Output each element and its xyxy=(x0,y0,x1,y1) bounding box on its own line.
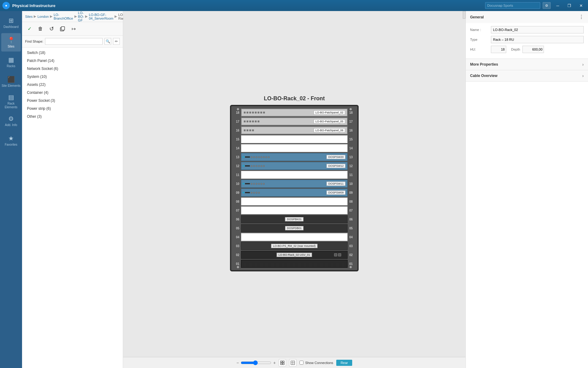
app-logo: ● xyxy=(2,2,10,9)
shape-item-container[interactable]: Container (4) xyxy=(22,89,123,97)
rack-row-04[interactable]: 04 04 xyxy=(234,233,354,241)
rack-row-15[interactable]: 15 15 xyxy=(234,135,354,144)
rack-row-10[interactable]: 10 xyxy=(234,179,354,188)
rack-row-12[interactable]: 12 xyxy=(234,162,354,170)
reset-button[interactable]: ↺ xyxy=(47,24,56,34)
breadcrumb-gf[interactable]: LO-BO-GF xyxy=(78,11,84,22)
shape-item-system[interactable]: System (10) xyxy=(22,73,123,81)
sidebar-item-site-elements[interactable]: ⬛ Site Elements xyxy=(1,72,21,91)
site-elements-icon: ⬛ xyxy=(7,76,15,83)
shape-item-patchpanel[interactable]: Patch Panel (14) xyxy=(22,57,123,65)
sidebar-item-favorites[interactable]: ★ Favorites xyxy=(1,131,21,150)
hu-input[interactable] xyxy=(491,46,506,53)
breadcrumb-sites[interactable]: Sites xyxy=(25,15,32,18)
rack-row-18[interactable]: 18 xyxy=(234,108,354,117)
name-input[interactable] xyxy=(491,26,584,33)
find-shape-input[interactable] xyxy=(45,38,103,45)
zoom-plus-icon[interactable]: + xyxy=(273,360,276,365)
rear-button[interactable]: Rear xyxy=(336,360,352,366)
grid-view-button[interactable] xyxy=(289,359,296,366)
label-09: DOSPSW09 xyxy=(326,190,345,195)
shape-item-powerstrip[interactable]: Power strip (6) xyxy=(22,105,123,113)
confirm-button[interactable]: ✓ xyxy=(24,24,34,34)
hu-label: HU: xyxy=(470,48,488,51)
more-properties-header[interactable]: More Properties › xyxy=(466,59,588,70)
favorites-icon: ★ xyxy=(8,135,14,142)
app-body: ⊞ Dashboard 📍 Sites ▦ Racks ⬛ Site Eleme… xyxy=(0,11,588,368)
panel-collapse-button[interactable]: ⋮ xyxy=(463,11,466,19)
depth-input[interactable] xyxy=(522,46,544,53)
type-label: Type xyxy=(470,38,488,41)
general-section-header[interactable]: General ⋮ xyxy=(466,11,588,23)
rack-row-09[interactable]: 09 DOSPSW09 xyxy=(234,188,354,197)
delete-button[interactable]: 🗑 xyxy=(36,24,45,34)
label-18: LO-BO-Patchpanel_02 xyxy=(314,110,345,115)
find-shape-label: Find Shape: xyxy=(25,40,43,43)
breadcrumb-london[interactable]: London xyxy=(37,15,49,18)
sidebar-item-racks[interactable]: ▦ Racks xyxy=(1,53,21,71)
label-06: DOSPBK01 xyxy=(285,217,303,221)
breadcrumb-branch[interactable]: LO-BranchOffice xyxy=(54,13,73,20)
close-button[interactable]: ✕ xyxy=(576,1,586,10)
racks-icon: ▦ xyxy=(8,56,14,63)
rack-row-07[interactable]: 07 07 xyxy=(234,206,354,215)
export-button[interactable]: ↦ xyxy=(69,24,78,34)
name-field: Name : xyxy=(470,26,584,33)
sidebar-item-add-info[interactable]: ⚙ Add. Info xyxy=(1,112,21,130)
main-canvas: LO-BO-Rack_02 - Front 18 xyxy=(123,11,466,368)
label-05: DOSPDB01 xyxy=(285,226,303,230)
label-13: DOSPSW20 xyxy=(326,155,345,159)
sidebar-item-sites[interactable]: 📍 Sites xyxy=(1,33,21,52)
shape-item-assets[interactable]: Assets (22) xyxy=(22,81,123,89)
add-info-icon: ⚙ xyxy=(8,115,14,122)
fit-view-button[interactable] xyxy=(279,359,286,366)
more-options-icon[interactable]: ⋮ xyxy=(579,14,584,20)
shape-item-switch[interactable]: Switch (18) xyxy=(22,49,123,57)
rack-row-05[interactable]: 05 DOSPDB01 05 xyxy=(234,224,354,232)
titlebar-search[interactable] xyxy=(485,2,540,9)
type-field: Type xyxy=(470,36,584,43)
cable-overview-section: Cable Overview › xyxy=(466,70,588,82)
rack-row-03[interactable]: 03 LO-BO-PS_RM_02 (rear mounted) 03 xyxy=(234,242,354,250)
svg-rect-1 xyxy=(61,27,65,30)
zoom-slider[interactable] xyxy=(241,360,271,365)
general-section: General ⋮ Name : Type HU: Depth xyxy=(466,11,588,59)
shape-item-powersocket[interactable]: Power Socket (3) xyxy=(22,97,123,105)
cable-overview-header[interactable]: Cable Overview › xyxy=(466,70,588,81)
more-properties-label: More Properties xyxy=(470,62,498,67)
titlebar-right: ⚙ ─ ❐ ✕ xyxy=(485,1,586,10)
find-search-button[interactable]: 🔍 xyxy=(104,38,111,45)
zoom-minus-icon[interactable]: − xyxy=(236,360,239,365)
duplicate-button[interactable] xyxy=(58,24,67,34)
bottom-bar: − + Show Connections Rear xyxy=(123,357,466,368)
settings-button[interactable]: ⚙ xyxy=(543,2,551,9)
rack-row-06[interactable]: 06 DOSPBK01 06 xyxy=(234,215,354,224)
breadcrumb-serverroom[interactable]: LO-BO-GF-04_ServerRoom xyxy=(89,13,113,20)
general-label: General xyxy=(470,15,484,19)
svg-rect-4 xyxy=(281,363,282,365)
maximize-button[interactable]: ❐ xyxy=(565,1,574,10)
rack-row-17[interactable]: 17 LO-BO-Patchpanel_05 xyxy=(234,117,354,126)
rack-row-08[interactable]: 08 08 xyxy=(234,197,354,206)
depth-label: Depth xyxy=(511,48,520,51)
rack-row-13[interactable]: 13 xyxy=(234,153,354,161)
hu-depth-row: HU: Depth xyxy=(470,46,584,53)
rack-row-01[interactable]: 01 01 xyxy=(234,259,354,268)
label-16: LO-BO-Patchpanel_06 xyxy=(314,128,345,132)
rack-row-16[interactable]: 16 LO-BO-Patchpanel_06 16 xyxy=(234,126,354,135)
name-label: Name : xyxy=(470,28,488,32)
shape-item-other[interactable]: Other (3) xyxy=(22,113,123,121)
show-connections-checkbox[interactable] xyxy=(300,361,303,365)
rack-visual: 18 xyxy=(230,105,359,271)
rack-title: LO-BO-Rack_02 - Front xyxy=(264,95,325,102)
find-edit-button[interactable]: ✏ xyxy=(113,38,120,45)
type-input[interactable] xyxy=(491,36,584,43)
minimize-button[interactable]: ─ xyxy=(553,1,562,10)
shape-item-networksocket[interactable]: Network Socket (6) xyxy=(22,65,123,73)
rack-row-14[interactable]: 14 14 xyxy=(234,144,354,152)
rack-row-02[interactable]: 02 LO-BO-Rack_02-USV_01 02 xyxy=(234,251,354,259)
sidebar-item-rack-elements[interactable]: ▤ Rack Elements xyxy=(1,92,21,110)
sidebar-item-dashboard[interactable]: ⊞ Dashboard xyxy=(1,13,21,32)
titlebar-left: ● Physical Infrastructure xyxy=(2,2,55,9)
rack-row-11[interactable]: 11 11 xyxy=(234,171,354,179)
